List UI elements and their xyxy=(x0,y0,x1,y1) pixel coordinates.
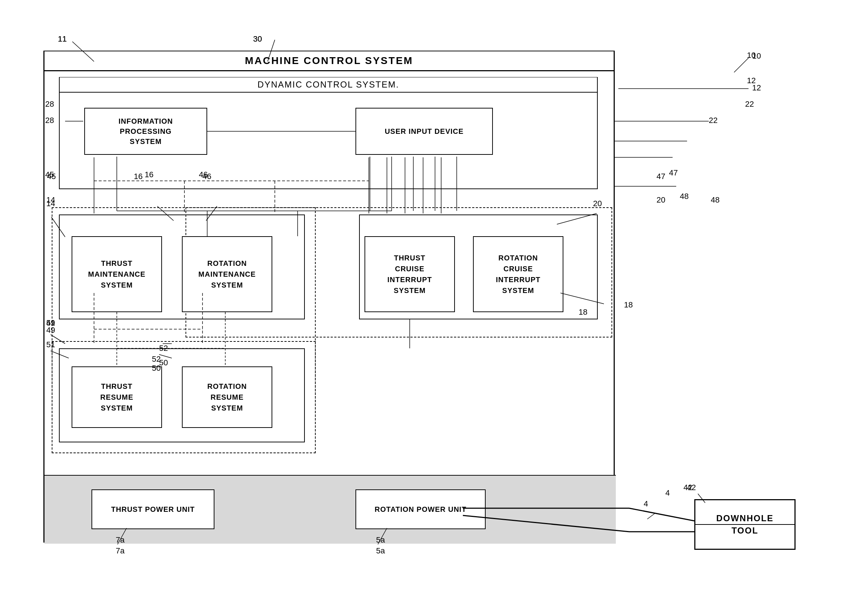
rotation-power-label: ROTATION POWER UNIT xyxy=(375,504,466,515)
ref-10-label: 10 xyxy=(752,51,761,61)
ref-18-label: 18 xyxy=(579,308,587,317)
ref-47-label: 47 xyxy=(669,168,678,177)
ref-50-label: 50 xyxy=(159,358,168,368)
thrust-maintenance-label: THRUSTMAINTENANCESYSTEM xyxy=(88,258,146,290)
thrust-maintenance-box: THRUSTMAINTENANCESYSTEM xyxy=(72,236,162,312)
ref-42-label: 42 xyxy=(683,483,692,492)
ref-45-label: 45 xyxy=(45,170,54,179)
ref-20-label: 20 xyxy=(593,199,602,208)
ref-28: 28 xyxy=(45,100,54,109)
ref-14-label: 14 xyxy=(46,199,55,208)
thrust-resume-label: THRUSTRESUMESYSTEM xyxy=(100,381,133,414)
ref-4: 4 xyxy=(665,488,670,498)
svg-line-36 xyxy=(629,508,694,521)
downhole-tool-label: DOWNHOLETOOL xyxy=(717,512,774,537)
ref-7a: 7a xyxy=(116,535,125,545)
ref-11-label: 11 xyxy=(58,34,66,44)
ref-30-label: 30 xyxy=(253,34,262,44)
ref-16-label: 16 xyxy=(145,170,153,179)
ref-20: 20 xyxy=(657,195,665,205)
rotation-maintenance-label: ROTATIONMAINTENANCESYSTEM xyxy=(199,258,256,290)
rotation-resume-label: ROTATIONRESUMESYSTEM xyxy=(207,381,247,414)
ref-7a-label: 7a xyxy=(116,546,125,556)
downhole-tool-box: DOWNHOLETOOL xyxy=(694,499,796,550)
ref-5a-label: 5a xyxy=(376,546,385,556)
ref-52-label: 52 xyxy=(159,344,168,353)
ref-12-label: 12 xyxy=(752,83,761,92)
thrust-power-box: THRUST POWER UNIT xyxy=(91,489,214,529)
ref-49-label: 49 xyxy=(46,326,55,335)
thrust-cruise-label: THRUSTCRUISEINTERRUPTSYSTEM xyxy=(387,252,432,296)
ref-16: 16 xyxy=(134,172,142,181)
rotation-maintenance-box: ROTATIONMAINTENANCESYSTEM xyxy=(182,236,272,312)
user-input-label: USER INPUT DEVICE xyxy=(385,126,464,136)
ref-18: 18 xyxy=(624,300,633,309)
machine-control-box: MACHINE CONTROL SYSTEM DYNAMIC CONTROL S… xyxy=(43,51,615,543)
info-processing-label: INFORMATIONPROCESSINGSYSTEM xyxy=(119,116,173,147)
user-input-box: USER INPUT DEVICE xyxy=(356,108,493,155)
ref-47: 47 xyxy=(657,172,665,181)
thrust-cruise-box: THRUSTCRUISEINTERRUPTSYSTEM xyxy=(365,236,455,312)
ref-48-label: 48 xyxy=(680,192,689,201)
ref-5a: 5a xyxy=(376,535,385,545)
thrust-resume-box: THRUSTRESUMESYSTEM xyxy=(72,367,162,428)
rotation-resume-box: ROTATIONRESUMESYSTEM xyxy=(182,367,272,428)
ref-46-label: 46 xyxy=(199,170,208,179)
ref-4-label: 4 xyxy=(644,499,648,509)
info-processing-box: INFORMATIONPROCESSINGSYSTEM xyxy=(84,108,207,155)
ref-22: 22 xyxy=(745,100,754,109)
ref-51-label: 51 xyxy=(46,340,55,349)
rotation-cruise-box: ROTATIONCRUISEINTERRUPTSYSTEM xyxy=(473,236,563,312)
ref-28-label: 28 xyxy=(45,116,54,125)
ref-22-label: 22 xyxy=(709,116,717,125)
thrust-power-label: THRUST POWER UNIT xyxy=(111,504,195,515)
machine-control-label: MACHINE CONTROL SYSTEM xyxy=(44,51,614,71)
rotation-cruise-label: ROTATIONCRUISEINTERRUPTSYSTEM xyxy=(496,252,540,296)
ref-48: 48 xyxy=(711,195,719,205)
rotation-power-box: ROTATION POWER UNIT xyxy=(356,489,486,529)
dynamic-control-label: DYNAMIC CONTROL SYSTEM. xyxy=(60,78,597,92)
svg-line-17 xyxy=(734,58,749,72)
svg-line-52 xyxy=(647,513,655,519)
